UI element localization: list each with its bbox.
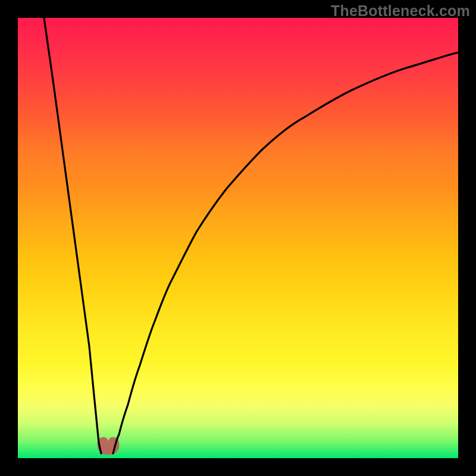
plot-area: [18, 18, 458, 458]
brand-watermark: TheBottleneck.com: [331, 2, 470, 20]
chart-frame: TheBottleneck.com: [0, 0, 476, 476]
right-branch: [113, 52, 458, 453]
curve-layer: [18, 18, 458, 458]
left-branch: [44, 18, 101, 453]
